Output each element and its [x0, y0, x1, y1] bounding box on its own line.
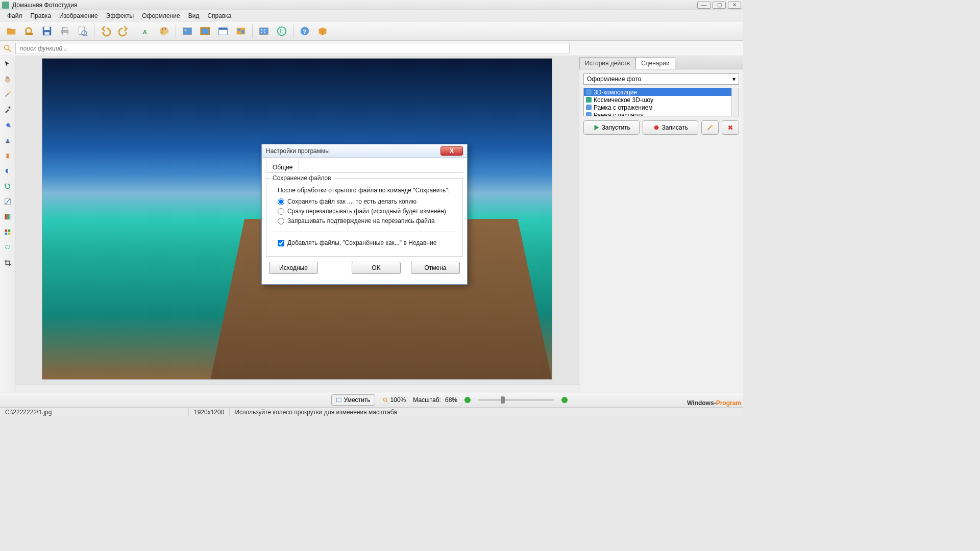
radio-confirm[interactable]: Запрашивать подтверждение на перезапись …	[278, 217, 456, 224]
ok-button[interactable]: OK	[352, 262, 401, 274]
curves-tool[interactable]	[2, 196, 13, 207]
list-item[interactable]: Рамка с отражением	[584, 104, 739, 111]
search-input[interactable]	[15, 43, 570, 54]
horizontal-scrollbar[interactable]	[15, 385, 579, 392]
menu-effects[interactable]: Эффекты	[102, 11, 138, 20]
zoom-percent: 100%	[390, 396, 406, 404]
fit-button[interactable]: Уместить	[331, 394, 375, 406]
zoom-slider[interactable]	[478, 399, 554, 401]
list-item[interactable]: Космическое 3D-шоу	[584, 96, 739, 104]
check-add-recent[interactable]: Добавлять файлы, "Сохранённые как..." в …	[278, 239, 456, 246]
tab-history[interactable]: История действ	[579, 57, 635, 69]
cancel-button[interactable]: Отмена	[411, 262, 460, 274]
menu-view[interactable]: Вид	[184, 11, 204, 20]
maximize-button[interactable]: ▢	[713, 2, 726, 9]
svg-text:A: A	[143, 29, 147, 35]
status-path: C:\2222222\1.jpg	[0, 408, 189, 416]
edit-scenario-button[interactable]	[701, 120, 719, 135]
searchbar	[0, 41, 743, 56]
svg-point-35	[9, 126, 11, 128]
svg-rect-36	[6, 142, 9, 143]
menu-help[interactable]: Справка	[203, 11, 235, 20]
fit-screen-button[interactable]	[256, 23, 272, 39]
svg-rect-25	[260, 28, 268, 34]
zoom-out-button[interactable]	[464, 397, 471, 403]
hand-tool[interactable]	[2, 73, 13, 85]
svg-line-32	[5, 93, 9, 97]
levels-tool[interactable]	[2, 211, 13, 222]
calendar-button[interactable]	[215, 23, 231, 39]
minimize-button[interactable]: —	[697, 2, 710, 9]
svg-line-54	[386, 400, 387, 402]
channels-tool[interactable]	[2, 227, 13, 238]
clone-tool[interactable]	[2, 150, 13, 161]
svg-rect-7	[62, 32, 67, 35]
menu-edit[interactable]: Правка	[27, 11, 56, 20]
zoom-in-button[interactable]	[561, 397, 568, 403]
crop-tool[interactable]	[2, 257, 13, 268]
menu-design[interactable]: Оформление	[138, 11, 184, 20]
radio-save-as-copy[interactable]: Сохранять файл как ..., то есть делать к…	[278, 198, 456, 205]
record-button[interactable]: Записать	[643, 120, 699, 135]
redo-button[interactable]	[115, 23, 132, 39]
fieldset-legend: Сохранение файлов	[271, 174, 333, 182]
list-item[interactable]: Рамка с паспарту	[584, 111, 739, 116]
scenario-category-select[interactable]: Оформление фото ▾	[583, 73, 739, 85]
fit-icon	[336, 397, 342, 403]
browse-button[interactable]	[21, 23, 37, 39]
svg-rect-42	[7, 214, 9, 220]
play-icon	[593, 124, 600, 131]
menu-file[interactable]: Файл	[3, 11, 27, 20]
text-button[interactable]: A	[138, 23, 155, 39]
frame2-button[interactable]	[197, 23, 213, 39]
brightness-tool[interactable]	[2, 165, 13, 177]
save-button[interactable]	[39, 23, 55, 39]
list-scrollbar[interactable]	[731, 88, 739, 116]
status-hint: Используйте колесо прокрутки для изменен…	[230, 408, 743, 416]
actual-size-button[interactable]: 1:1	[274, 23, 290, 39]
print-button[interactable]	[57, 23, 73, 39]
search-icon	[3, 44, 12, 53]
svg-point-53	[383, 398, 386, 401]
package-button[interactable]	[314, 23, 331, 39]
scale-value: 68%	[445, 396, 457, 404]
list-item[interactable]: 3D-композиция	[584, 88, 739, 96]
dialog-close-button[interactable]: X	[440, 146, 463, 156]
radio-overwrite[interactable]: Сразу перезаписывать файл (исходный буде…	[278, 208, 456, 215]
pointer-tool[interactable]	[2, 58, 13, 69]
svg-rect-6	[62, 27, 67, 30]
tab-scenarios[interactable]: Сценарии	[635, 57, 675, 69]
bucket-tool[interactable]	[2, 119, 13, 131]
help-button[interactable]: ?	[297, 23, 313, 39]
undo-button[interactable]	[97, 23, 114, 39]
svg-point-30	[5, 45, 9, 49]
svg-rect-38	[6, 156, 9, 158]
svg-point-0	[26, 28, 32, 33]
fieldset-desc: После обработки открытого файла по коман…	[278, 187, 456, 194]
collage-button[interactable]	[233, 23, 249, 39]
preview-button[interactable]	[75, 23, 91, 39]
menubar: Файл Правка Изображение Эффекты Оформлен…	[0, 10, 743, 21]
dialog-titlebar[interactable]: Настройки программы X	[262, 144, 467, 158]
frame1-button[interactable]	[179, 23, 195, 39]
close-window-button[interactable]: ✕	[728, 2, 741, 9]
eyedropper-tool[interactable]	[2, 104, 13, 115]
scenario-list[interactable]: 3D-композиция Космическое 3D-шоу Рамка с…	[583, 88, 739, 116]
lasso-tool[interactable]	[2, 242, 13, 253]
rotate-tool[interactable]	[2, 181, 13, 192]
svg-rect-19	[219, 28, 228, 30]
menu-image[interactable]: Изображение	[55, 11, 102, 20]
run-button[interactable]: Запустить	[583, 120, 640, 135]
svg-rect-23	[238, 29, 241, 31]
wand-tool[interactable]	[2, 89, 13, 100]
stamp-tool[interactable]	[2, 135, 13, 146]
dialog-tab-general[interactable]: Общие	[266, 162, 299, 172]
settings-dialog: Настройки программы X Общие Сохранение ф…	[261, 144, 468, 285]
palette-button[interactable]	[156, 23, 173, 39]
delete-scenario-button[interactable]	[722, 120, 739, 135]
svg-point-49	[654, 126, 658, 130]
open-button[interactable]	[3, 23, 19, 39]
defaults-button[interactable]: Исходные	[269, 262, 318, 274]
record-icon	[653, 124, 660, 131]
chevron-down-icon: ▾	[732, 76, 736, 83]
